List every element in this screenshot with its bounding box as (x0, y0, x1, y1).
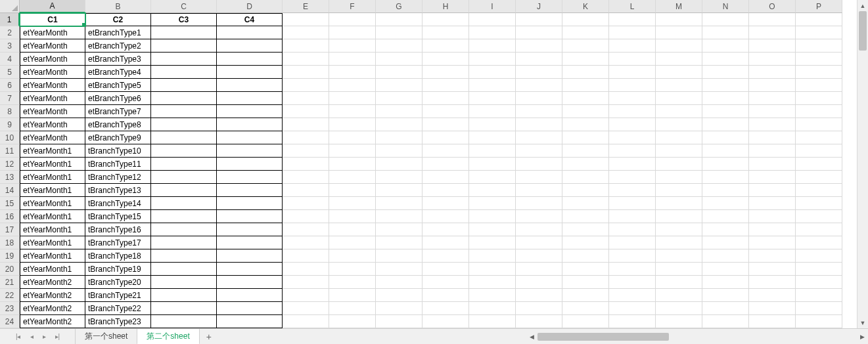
cell-D9[interactable] (217, 118, 283, 131)
cell-C17[interactable] (151, 223, 217, 236)
cell-L13[interactable] (609, 171, 656, 184)
cell-B21[interactable]: tBranchType20 (85, 276, 151, 289)
cell-A17[interactable]: etYearMonth1 (20, 223, 85, 236)
cell-N19[interactable] (702, 249, 749, 263)
sheet-tab-2[interactable]: 第二个sheet (137, 329, 199, 344)
cell-G21[interactable] (376, 276, 423, 289)
cell-C10[interactable] (151, 131, 217, 144)
cell-A6[interactable]: etYearMonth (20, 79, 85, 92)
cell-I2[interactable] (469, 26, 516, 39)
cell-L11[interactable] (609, 144, 656, 158)
column-header-K[interactable]: K (562, 0, 609, 13)
cell-I3[interactable] (469, 39, 516, 53)
cell-E11[interactable] (283, 144, 329, 158)
cell-H24[interactable] (423, 315, 469, 328)
cell-C16[interactable] (151, 210, 217, 223)
column-header-L[interactable]: L (609, 0, 656, 13)
cell-K21[interactable] (562, 276, 609, 289)
cell-H5[interactable] (423, 66, 469, 79)
cell-E10[interactable] (283, 131, 329, 144)
cell-B11[interactable]: tBranchType10 (85, 144, 151, 158)
horizontal-scroll-thumb[interactable] (537, 333, 669, 341)
column-header-J[interactable]: J (516, 0, 562, 13)
cell-N24[interactable] (702, 315, 749, 328)
cell-N10[interactable] (702, 131, 749, 144)
cell-B1[interactable]: C2 (85, 13, 151, 26)
cell-N11[interactable] (702, 144, 749, 158)
cell-K22[interactable] (562, 289, 609, 302)
cell-N7[interactable] (702, 92, 749, 105)
cell-L18[interactable] (609, 236, 656, 249)
cell-F10[interactable] (329, 131, 376, 144)
cell-O15[interactable] (749, 197, 796, 210)
cell-F23[interactable] (329, 302, 376, 315)
cell-A12[interactable]: etYearMonth1 (20, 158, 85, 171)
cell-P7[interactable] (796, 92, 842, 105)
cell-K4[interactable] (562, 53, 609, 66)
cell-C4[interactable] (151, 53, 217, 66)
cell-D24[interactable] (217, 315, 283, 328)
column-header-I[interactable]: I (469, 0, 516, 13)
cell-E21[interactable] (283, 276, 329, 289)
cell-K16[interactable] (562, 210, 609, 223)
cell-D22[interactable] (217, 289, 283, 302)
cell-C11[interactable] (151, 144, 217, 158)
cell-J1[interactable] (516, 13, 562, 26)
cell-L14[interactable] (609, 184, 656, 197)
cell-E2[interactable] (283, 26, 329, 39)
cell-I4[interactable] (469, 53, 516, 66)
cell-K6[interactable] (562, 79, 609, 92)
cell-C23[interactable] (151, 302, 217, 315)
cell-J5[interactable] (516, 66, 562, 79)
cell-J17[interactable] (516, 223, 562, 236)
cell-M13[interactable] (656, 171, 702, 184)
cell-K10[interactable] (562, 131, 609, 144)
cell-O21[interactable] (749, 276, 796, 289)
row-header-8[interactable]: 8 (0, 105, 20, 118)
cell-L3[interactable] (609, 39, 656, 53)
cell-I5[interactable] (469, 66, 516, 79)
cell-N2[interactable] (702, 26, 749, 39)
cell-J8[interactable] (516, 105, 562, 118)
cell-D18[interactable] (217, 236, 283, 249)
cell-J15[interactable] (516, 197, 562, 210)
cell-E9[interactable] (283, 118, 329, 131)
cell-C18[interactable] (151, 236, 217, 249)
cell-N3[interactable] (702, 39, 749, 53)
cell-F15[interactable] (329, 197, 376, 210)
cell-M9[interactable] (656, 118, 702, 131)
scroll-down-icon[interactable]: ▼ (857, 317, 868, 328)
cell-G6[interactable] (376, 79, 423, 92)
scroll-right-icon[interactable]: ▶ (857, 329, 868, 344)
cell-O7[interactable] (749, 92, 796, 105)
cell-K3[interactable] (562, 39, 609, 53)
cell-N6[interactable] (702, 79, 749, 92)
cell-A14[interactable]: etYearMonth1 (20, 184, 85, 197)
cell-P16[interactable] (796, 210, 842, 223)
cell-P5[interactable] (796, 66, 842, 79)
cell-J9[interactable] (516, 118, 562, 131)
cell-B4[interactable]: etBranchType3 (85, 53, 151, 66)
horizontal-scrollbar[interactable]: ◀ ▶ (526, 329, 868, 344)
cell-N23[interactable] (702, 302, 749, 315)
cell-D19[interactable] (217, 249, 283, 263)
cell-C2[interactable] (151, 26, 217, 39)
cell-K19[interactable] (562, 249, 609, 263)
cell-K9[interactable] (562, 118, 609, 131)
column-header-N[interactable]: N (702, 0, 749, 13)
cell-J10[interactable] (516, 131, 562, 144)
cell-P23[interactable] (796, 302, 842, 315)
cell-O22[interactable] (749, 289, 796, 302)
column-header-G[interactable]: G (376, 0, 423, 13)
row-header-15[interactable]: 15 (0, 197, 20, 210)
row-header-13[interactable]: 13 (0, 171, 20, 184)
cell-I18[interactable] (469, 236, 516, 249)
cell-O10[interactable] (749, 131, 796, 144)
cell-H19[interactable] (423, 249, 469, 263)
cell-F19[interactable] (329, 249, 376, 263)
cell-F20[interactable] (329, 263, 376, 276)
row-header-23[interactable]: 23 (0, 302, 20, 315)
cell-J7[interactable] (516, 92, 562, 105)
cell-H20[interactable] (423, 263, 469, 276)
cell-G13[interactable] (376, 171, 423, 184)
